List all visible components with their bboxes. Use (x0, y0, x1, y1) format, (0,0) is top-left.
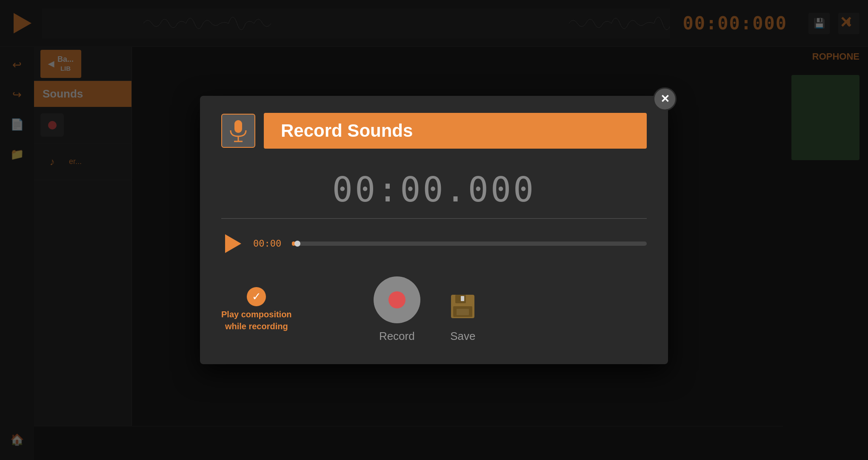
progress-bar[interactable] (292, 242, 647, 246)
modal-title: Record Sounds (264, 113, 647, 149)
record-sounds-modal: ✕ Record Sounds 00:00.000 00:00 ✓ (200, 96, 668, 364)
svg-rect-7 (461, 296, 464, 301)
save-icon-box (446, 289, 480, 323)
svg-rect-0 (234, 120, 242, 133)
modal-play-button[interactable] (221, 232, 245, 255)
record-button-container[interactable]: Record (374, 276, 420, 343)
save-floppy-icon (449, 293, 477, 320)
progress-thumb[interactable] (294, 241, 300, 247)
controls-row: ✓ Play compositionwhile recording Record (221, 276, 647, 343)
save-label: Save (450, 330, 475, 343)
svg-rect-4 (455, 295, 466, 303)
record-dot-icon (388, 291, 405, 308)
center-controls: Record Save (374, 276, 480, 343)
playback-row: 00:00 (221, 232, 647, 255)
save-button-container[interactable]: Save (446, 289, 480, 343)
record-label: Record (379, 330, 415, 343)
modal-close-button[interactable]: ✕ (653, 87, 677, 111)
playback-time-display: 00:00 (253, 238, 281, 249)
checkbox-label-text: Play compositionwhile recording (221, 308, 292, 332)
modal-mic-icon-box (221, 114, 255, 148)
play-composition-checkbox[interactable]: ✓ Play compositionwhile recording (221, 287, 292, 332)
play-triangle-icon (225, 234, 241, 253)
modal-header: Record Sounds (221, 113, 647, 149)
svg-rect-6 (457, 309, 469, 315)
modal-timer-divider (221, 218, 647, 219)
modal-timer-display: 00:00.000 (221, 170, 647, 210)
record-button[interactable] (374, 276, 420, 323)
checkmark-icon: ✓ (247, 287, 266, 306)
microphone-icon (229, 119, 248, 142)
